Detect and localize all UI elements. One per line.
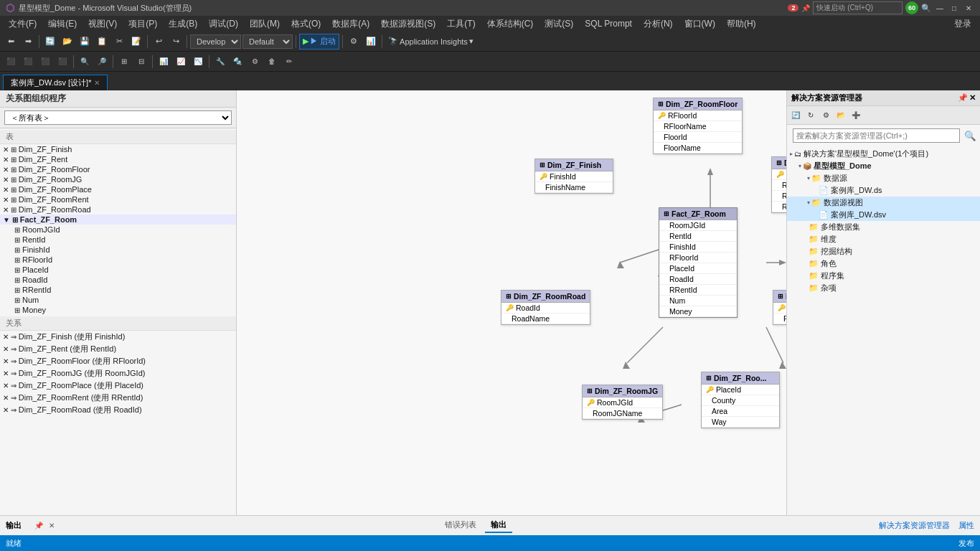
row-roomjgid[interactable]: RoomJGId bbox=[659, 220, 737, 231]
dsv-file[interactable]: 📄 案例库_DW.dsv bbox=[787, 209, 980, 221]
assemblies-item[interactable]: 📁 程序集 bbox=[787, 270, 980, 282]
menu-item-project[interactable]: 项目(P) bbox=[123, 17, 163, 32]
table-item-col3[interactable]: ⊞ RFloorId bbox=[0, 255, 236, 265]
row-rentid3[interactable]: 🔑 RentId bbox=[773, 303, 786, 314]
search-icon[interactable]: 🔍 bbox=[921, 4, 931, 13]
undo-button[interactable]: ↩ bbox=[151, 34, 166, 50]
table-DimZFRoomRoad[interactable]: ⊞ Dim_ZF_RoomRoad 🔑 RoadId RoadName bbox=[501, 290, 590, 325]
table-filter-dropdown[interactable]: ＜所有表＞ bbox=[4, 110, 232, 125]
row-roadid2[interactable]: 🔑 RoadId bbox=[501, 303, 590, 314]
datasource-file[interactable]: 📄 案例库_DW.ds bbox=[787, 184, 980, 197]
tb2-icon10[interactable]: 📈 bbox=[173, 54, 189, 70]
menu-item-team[interactable]: 团队(M) bbox=[244, 17, 286, 32]
row-rentid2[interactable]: RentId bbox=[659, 231, 737, 242]
datasourceviews-item[interactable]: ▾ 📁 数据源视图 bbox=[787, 197, 980, 209]
table-item-1[interactable]: ✕ ⊞ Dim_ZF_Rent bbox=[0, 154, 236, 164]
table-item-col8[interactable]: ⊞ Money bbox=[0, 305, 236, 315]
tb2-icon12[interactable]: 🔧 bbox=[212, 54, 228, 70]
menu-item-tools[interactable]: 工具(T) bbox=[441, 17, 481, 32]
misc-item[interactable]: 📁 杂项 bbox=[787, 282, 980, 294]
row-num[interactable]: Num bbox=[659, 296, 737, 306]
solution-explorer-link[interactable]: 解决方案资源管理器 bbox=[879, 520, 950, 531]
refresh-button[interactable]: ↻ bbox=[804, 108, 818, 123]
table-item-0[interactable]: ✕ ⊞ Dim_ZF_Finish bbox=[0, 144, 236, 154]
table-DimZFRoo[interactable]: ⊞ Dim_ZF_Roo... 🔑 PlaceId County Area Wa… bbox=[701, 372, 780, 428]
menu-item-build[interactable]: 生成(B) bbox=[163, 17, 203, 32]
toolbar-icon2[interactable]: 📂 bbox=[60, 34, 75, 50]
menu-item-view[interactable]: 视图(V) bbox=[83, 17, 123, 32]
table-DimZFRoomRent[interactable]: ⊞ Dim_ZF_RoomRent 🔑 RRentId RentName Ren… bbox=[771, 156, 786, 213]
error-list-tab[interactable]: 错误列表 bbox=[439, 518, 482, 533]
maximize-button[interactable]: □ bbox=[948, 2, 960, 14]
row-roadid[interactable]: RoadId bbox=[659, 274, 737, 285]
active-tab[interactable]: 案例库_DW.dsv [设计]* ✕ bbox=[3, 75, 108, 90]
table-item-col2[interactable]: ⊞ FinishId bbox=[0, 245, 236, 255]
config-dropdown[interactable]: Default bbox=[242, 34, 293, 49]
tb2-icon8[interactable]: ⊟ bbox=[133, 54, 149, 70]
row-finishname[interactable]: FinishName bbox=[535, 182, 613, 193]
row-roadname[interactable]: RoadName bbox=[501, 314, 590, 324]
tb2-icon14[interactable]: ⚙ bbox=[247, 54, 263, 70]
table-item-col6[interactable]: ⊞ RRentId bbox=[0, 285, 236, 295]
toolbar-icon3[interactable]: 💾 bbox=[77, 34, 93, 50]
notification-badge[interactable]: 2 bbox=[788, 4, 798, 11]
row-rentname2[interactable]: RentName bbox=[773, 314, 786, 324]
row-rfloorid2[interactable]: RFloorId bbox=[659, 253, 737, 263]
tb2-icon15[interactable]: 🗑 bbox=[264, 54, 280, 70]
tb2-icon2[interactable]: ⬛ bbox=[20, 54, 36, 70]
table-FactZFRoom[interactable]: ⊞ Fact_ZF_Room RoomJGId RentId FinishId … bbox=[659, 207, 738, 318]
row-area[interactable]: Area bbox=[702, 406, 779, 417]
redo-button[interactable]: ↪ bbox=[168, 34, 184, 50]
roles-item[interactable]: 📁 角色 bbox=[787, 258, 980, 270]
menu-item-test[interactable]: 测试(S) bbox=[539, 17, 579, 32]
row-finishid2[interactable]: FinishId bbox=[659, 242, 737, 253]
row-floorname[interactable]: FloorName bbox=[654, 143, 742, 154]
sync-button[interactable]: 🔄 bbox=[788, 108, 803, 123]
menu-item-arch[interactable]: 体系结构(C) bbox=[481, 17, 540, 32]
row-finishid[interactable]: 🔑 FinishId bbox=[535, 171, 613, 182]
row-floorid[interactable]: FloorId bbox=[654, 132, 742, 143]
properties-button[interactable]: ⚙ bbox=[819, 108, 833, 123]
relation-item-6[interactable]: ✕ ⇒ Dim_ZF_RoomRoad (使用 RoadId) bbox=[0, 404, 236, 416]
tb2-icon4[interactable]: ⬛ bbox=[55, 54, 70, 70]
menu-item-debug[interactable]: 调试(D) bbox=[203, 17, 244, 32]
relation-item-5[interactable]: ✕ ⇒ Dim_ZF_RoomRent (使用 RRentId) bbox=[0, 392, 236, 404]
toolbar-icon7[interactable]: ⚙ bbox=[346, 34, 362, 50]
table-item-col5[interactable]: ⊞ RoadId bbox=[0, 275, 236, 285]
menu-item-sqlprompt[interactable]: SQL Prompt bbox=[579, 17, 638, 30]
profile-dropdown[interactable]: Develop bbox=[190, 34, 241, 49]
row-rrentid[interactable]: 🔑 RRentId bbox=[772, 169, 786, 180]
row-roomjgname[interactable]: RoomJGName bbox=[583, 408, 662, 419]
row-rfloorid[interactable]: 🔑 RFloorId bbox=[654, 110, 742, 121]
menu-item-edit[interactable]: 编辑(E) bbox=[42, 17, 83, 32]
close-button[interactable]: ✕ bbox=[963, 2, 974, 14]
menu-item-file[interactable]: 文件(F) bbox=[3, 17, 42, 32]
table-DimZFRoomJG[interactable]: ⊞ Dim_ZF_RoomJG 🔑 RoomJGId RoomJGName bbox=[582, 385, 663, 420]
search-submit-button[interactable]: 🔍 bbox=[963, 128, 977, 143]
run-button[interactable]: ▶ ▶ 启动 bbox=[299, 34, 339, 50]
output-close-button[interactable]: ✕ bbox=[46, 520, 57, 532]
properties-link[interactable]: 属性 bbox=[958, 520, 974, 531]
table-item-5[interactable]: ✕ ⊞ Dim_ZF_RoomRent bbox=[0, 194, 236, 204]
toolbar-icon1[interactable]: 🔄 bbox=[42, 34, 58, 50]
output-pin-button[interactable]: 📌 bbox=[33, 520, 44, 532]
table-item-col4[interactable]: ⊞ PlaceId bbox=[0, 265, 236, 275]
table-item-fact[interactable]: ▼ ⊞ Fact_ZF_Room bbox=[0, 215, 236, 225]
menu-item-analyze[interactable]: 分析(N) bbox=[638, 17, 679, 32]
tb2-icon13[interactable]: 🔩 bbox=[230, 54, 245, 70]
menu-item-login[interactable]: 登录 bbox=[948, 17, 977, 32]
table-item-col7[interactable]: ⊞ Num bbox=[0, 295, 236, 305]
table-item-4[interactable]: ✕ ⊞ Dim_ZF_RoomPlace bbox=[0, 184, 236, 194]
menu-item-datasourceview[interactable]: 数据源视图(S) bbox=[375, 17, 441, 32]
relation-item-0[interactable]: ✕ ⇒ Dim_ZF_Finish (使用 FinishId) bbox=[0, 331, 236, 343]
publish-button[interactable]: 发布 bbox=[958, 538, 974, 549]
relation-item-3[interactable]: ✕ ⇒ Dim_ZF_RoomJG (使用 RoomJGId) bbox=[0, 367, 236, 380]
tb2-icon6[interactable]: 🔎 bbox=[94, 54, 110, 70]
row-way[interactable]: Way bbox=[702, 417, 779, 428]
multidim-item[interactable]: 📁 多维数据集 bbox=[787, 221, 980, 233]
table-item-3[interactable]: ✕ ⊞ Dim_ZF_RoomJG bbox=[0, 174, 236, 184]
table-DimZFRoomFloor[interactable]: ⊞ Dim_ZF_RoomFloor 🔑 RFloorId RFloorName… bbox=[653, 98, 743, 154]
project-item[interactable]: ▾ 📦 星型模型_Dome bbox=[787, 160, 980, 172]
minimize-button[interactable]: — bbox=[934, 2, 946, 14]
tb2-icon16[interactable]: ✏ bbox=[281, 54, 297, 70]
